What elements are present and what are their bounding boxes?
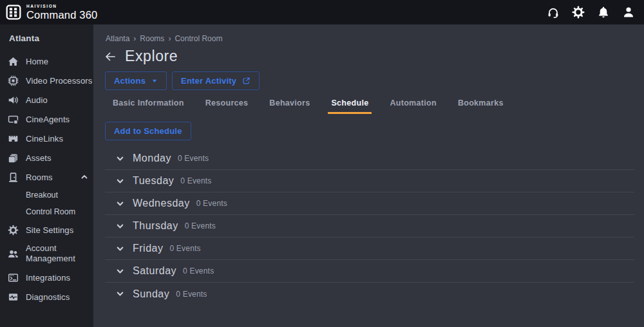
sidebar: Atlanta Home Video Processors Audio [0, 24, 93, 327]
chevron-down-icon [116, 267, 124, 276]
breadcrumb-separator: › [168, 34, 171, 43]
sidebar-item-breakout[interactable]: Breakout [0, 187, 93, 203]
sidebar-subitem-label: Control Room [26, 207, 75, 216]
sidebar-item-label: Integrations [26, 273, 70, 283]
caret-down-icon [151, 78, 158, 84]
schedule-day-sunday[interactable]: Sunday 0 Events [105, 283, 634, 305]
sidebar-item-label: Audio [26, 95, 48, 105]
haivision-logo-icon [6, 5, 21, 20]
tab-bookmarks[interactable]: Bookmarks [455, 98, 507, 114]
tab-resources[interactable]: Resources [202, 98, 252, 114]
ethernet-icon [8, 133, 19, 144]
chevron-down-icon [116, 290, 124, 298]
breadcrumb-rooms[interactable]: Rooms [140, 34, 164, 43]
support-headset-icon[interactable] [547, 6, 560, 19]
schedule-day-saturday[interactable]: Saturday 0 Events [105, 260, 634, 283]
external-link-icon [242, 77, 251, 85]
tab-schedule[interactable]: Schedule [328, 98, 372, 114]
actions-button[interactable]: Actions [105, 71, 167, 90]
day-name: Monday [133, 153, 171, 164]
sidebar-item-label: CineAgents [26, 115, 70, 124]
product-name: Command 360 [26, 10, 97, 21]
chevron-down-icon [116, 154, 124, 163]
notifications-bell-icon[interactable] [597, 6, 610, 19]
chevron-down-icon [116, 222, 124, 230]
sidebar-item-cineagents[interactable]: CineAgents [0, 109, 93, 129]
topbar: HAIVISION Command 360 [0, 0, 644, 24]
day-event-count: 0 Events [196, 199, 227, 208]
schedule-list: Monday 0 Events Tuesday 0 Events Wednesd… [105, 147, 634, 305]
tab-bar: Basic Information Resources Behaviors Sc… [109, 98, 644, 114]
sidebar-item-cinelinks[interactable]: CineLinks [0, 129, 93, 148]
add-to-schedule-button[interactable]: Add to Schedule [105, 122, 191, 140]
terminal-icon [8, 272, 19, 283]
day-event-count: 0 Events [180, 176, 211, 185]
schedule-day-friday[interactable]: Friday 0 Events [105, 238, 634, 260]
enter-activity-button[interactable]: Enter Activity [172, 71, 260, 90]
sidebar-item-audio[interactable]: Audio [0, 90, 93, 109]
people-icon [8, 248, 19, 259]
add-row: Add to Schedule [105, 122, 644, 140]
brand-text: HAIVISION Command 360 [26, 5, 97, 21]
day-name: Tuesday [133, 175, 174, 187]
settings-gear-icon[interactable] [572, 6, 585, 19]
layers-icon [8, 153, 19, 164]
day-event-count: 0 Events [183, 266, 214, 276]
sidebar-item-rooms[interactable]: Rooms [0, 167, 93, 187]
breadcrumb-control-room[interactable]: Control Room [175, 34, 222, 43]
brand-name: HAIVISION [26, 5, 97, 9]
day-event-count: 0 Events [169, 244, 200, 253]
door-icon [8, 172, 19, 183]
speaker-icon [8, 95, 19, 106]
schedule-day-thursday[interactable]: Thursday 0 Events [105, 215, 634, 238]
day-name: Wednesday [133, 198, 190, 209]
day-name: Sunday [133, 288, 169, 300]
back-arrow-icon[interactable] [104, 50, 117, 63]
sidebar-item-label: Site Settings [26, 225, 73, 235]
site-name: Atlanta [0, 24, 93, 51]
add-to-schedule-label: Add to Schedule [114, 126, 182, 136]
main-content: Atlanta › Rooms › Control Room Explore A… [93, 24, 644, 327]
title-row: Explore [104, 48, 644, 65]
breadcrumb-atlanta[interactable]: Atlanta [106, 34, 129, 43]
schedule-day-wednesday[interactable]: Wednesday 0 Events [105, 192, 634, 215]
sidebar-subitem-label: Breakout [26, 191, 58, 200]
sidebar-item-diagnostics[interactable]: Diagnostics [0, 287, 93, 306]
gear-icon [8, 225, 19, 236]
account-person-icon[interactable] [622, 6, 635, 19]
page-title: Explore [125, 48, 178, 65]
tab-automation[interactable]: Automation [386, 98, 439, 114]
sidebar-item-home[interactable]: Home [0, 51, 93, 71]
breadcrumb: Atlanta › Rooms › Control Room [106, 34, 644, 43]
day-name: Friday [133, 243, 163, 254]
sidebar-item-label: Rooms [26, 173, 53, 182]
chevron-down-icon [116, 200, 124, 208]
sidebar-item-integrations[interactable]: Integrations [0, 268, 93, 287]
sidebar-item-account-management[interactable]: Account Management [0, 239, 93, 268]
day-event-count: 0 Events [176, 290, 207, 299]
chip-icon [8, 75, 19, 86]
tab-basic-information[interactable]: Basic Information [109, 98, 187, 114]
topbar-icon-group [547, 6, 635, 19]
sidebar-item-label: Assets [26, 153, 52, 163]
schedule-day-monday[interactable]: Monday 0 Events [105, 147, 634, 170]
sidebar-item-video-processors[interactable]: Video Processors [0, 71, 93, 90]
sidebar-item-label: Video Processors [26, 76, 92, 86]
chevron-down-icon [116, 177, 124, 185]
haivision-logo[interactable]: HAIVISION Command 360 [6, 5, 97, 21]
tab-behaviors[interactable]: Behaviors [266, 98, 313, 114]
actions-button-label: Actions [114, 76, 146, 86]
day-name: Saturday [133, 265, 176, 277]
sidebar-item-control-room[interactable]: Control Room [0, 203, 93, 220]
sidebar-item-site-settings[interactable]: Site Settings [0, 220, 93, 239]
sidebar-item-assets[interactable]: Assets [0, 148, 93, 167]
chevron-down-icon [116, 245, 124, 253]
breadcrumb-separator: › [133, 34, 136, 43]
schedule-day-tuesday[interactable]: Tuesday 0 Events [105, 170, 634, 192]
sidebar-item-label: Home [26, 57, 48, 66]
chevron-up-icon [80, 173, 88, 181]
sidebar-item-label: CineLinks [26, 134, 63, 144]
sidebar-item-label: Account Management [26, 243, 88, 264]
day-event-count: 0 Events [185, 221, 216, 230]
screen-agent-icon [8, 114, 19, 125]
